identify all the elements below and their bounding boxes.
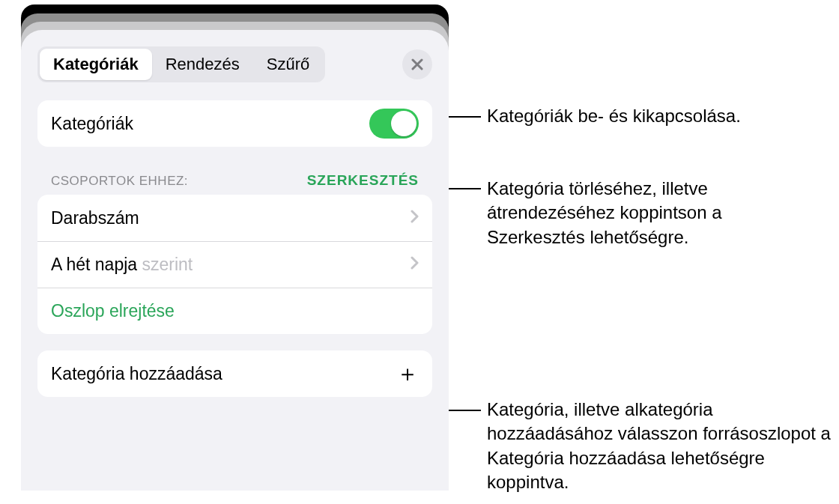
- group-row-label: A hét napja szerint: [51, 255, 193, 275]
- categories-toggle-card: Kategóriák: [37, 100, 432, 147]
- segmented-control: Kategóriák Rendezés Szűrő: [37, 46, 325, 82]
- groups-section-title: CSOPORTOK EHHEZ:: [51, 174, 188, 189]
- add-category-row[interactable]: Kategória hozzáadása ＋: [37, 350, 432, 397]
- chevron-right-icon: [411, 256, 419, 273]
- group-row-count[interactable]: Darabszám: [37, 195, 432, 241]
- plus-icon: ＋: [396, 359, 419, 389]
- add-category-card: Kategória hozzáadása ＋: [37, 350, 432, 397]
- toggle-knob: [391, 111, 417, 136]
- tab-sort[interactable]: Rendezés: [152, 49, 253, 80]
- group-row-label: Darabszám: [51, 208, 139, 228]
- group-row-weekday[interactable]: A hét napja szerint: [37, 241, 432, 288]
- tab-categories[interactable]: Kategóriák: [40, 49, 152, 80]
- hide-column-label: Oszlop elrejtése: [51, 301, 175, 321]
- close-icon: [411, 58, 423, 70]
- categories-toggle-row: Kategóriák: [37, 100, 432, 147]
- group-row-text: A hét napja: [51, 255, 142, 274]
- hide-column-row[interactable]: Oszlop elrejtése: [37, 288, 432, 334]
- tab-filter[interactable]: Szűrő: [253, 49, 323, 80]
- callout-text-2: Kategória törléséhez, illetve átrendezés…: [487, 177, 824, 249]
- callout-text-1: Kategóriák be- és kikapcsolása.: [487, 104, 832, 128]
- chevron-right-icon: [411, 210, 419, 227]
- categories-toggle[interactable]: [369, 109, 419, 139]
- edit-button[interactable]: SZERKESZTÉS: [307, 172, 419, 189]
- organize-panel: Kategóriák Rendezés Szűrő Kategóriák CSO…: [21, 30, 449, 491]
- categories-toggle-label: Kategóriák: [51, 114, 133, 134]
- callout-text-3: Kategória, illetve alkategória hozzáadás…: [487, 398, 832, 495]
- groups-section-header: CSOPORTOK EHHEZ: SZERKESZTÉS: [37, 172, 432, 195]
- group-row-subtext: szerint: [142, 255, 193, 274]
- groups-list-card: Darabszám A hét napja szerint Oszlop elr…: [37, 195, 432, 334]
- panel-topbar: Kategóriák Rendezés Szűrő: [37, 46, 432, 82]
- add-category-label: Kategória hozzáadása: [51, 364, 222, 384]
- close-button[interactable]: [402, 49, 432, 79]
